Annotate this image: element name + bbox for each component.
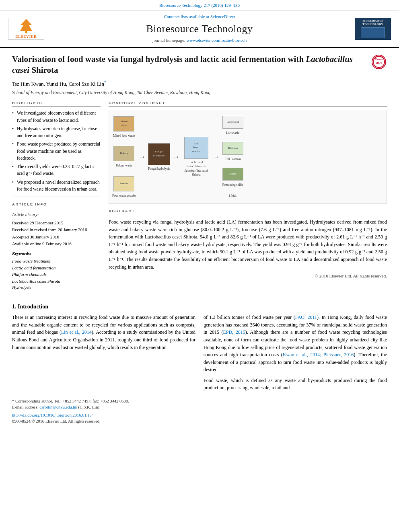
keyword-2: Lactic acid fermentation [12,265,101,271]
affiliation: School of Energy and Environment, City U… [12,89,387,96]
elsevier-tree-icon [12,18,40,33]
header-right: BIORESOURCETECHNOLOGY [347,18,391,40]
journal-title: Bioresource Technology [52,22,347,36]
history-accepted: Accepted 30 January 2016 [12,234,101,240]
article-history-label: Article history: [12,212,101,218]
which-text: which [231,378,243,383]
main-content: Valorisation of food waste via fungal hy… [0,48,399,433]
homepage-url: www.elsevier.com/locate/biortech [187,38,247,43]
crossmark-icon[interactable]: Cross Mark [372,55,386,69]
highlight-item: The overall yields were 0.23–0.27 g lact… [12,163,101,177]
abstract-text: Food waste recycling via fungal hydrolys… [109,218,387,271]
crossmark[interactable]: Cross Mark [371,54,387,70]
history-received: Received 29 December 2015 [12,220,101,226]
elsevier-logo: ELSEVIER [8,18,44,40]
flow-inputs: Mixedfood Mixed food waste Bakery Bakery… [112,116,136,198]
la-fermentation-col: LAferm.reactor Lactic acid fermentation … [182,137,210,177]
svg-text:Mark: Mark [376,62,382,64]
lipids-label: Lipids [229,194,237,198]
biores-logo-text: BIORESOURCETECHNOLOGY [362,19,383,26]
bioresource-logo: BIORESOURCETECHNOLOGY [355,18,391,40]
elsevier-wordmark: ELSEVIER [15,34,37,39]
cite-epd-2015[interactable]: EPD, 2015 [223,329,245,335]
keyword-1: Food waste treatment [12,258,101,265]
cell-biomass-output: Biomass [222,142,243,155]
highlight-item: Hydrolysates were rich in glucose, fruct… [12,125,101,140]
lactic-acid-label: Lactic acid [226,131,239,136]
title-text-end: Shirota [29,65,58,75]
abstract-header: ABSTRACT [109,209,387,215]
abstract-body: Food waste recycling via fungal hydrolys… [109,219,387,270]
keyword-4: Lactobacillus casei Shirota [12,278,101,285]
left-column: HIGHLIGHTS We investigated bioconversion… [12,101,101,291]
graphical-abstract-header: GRAPHICAL ABSTRACT [109,101,387,107]
email-label: E-mail address: [12,405,39,409]
cite-fao-2011[interactable]: FAO, 2011 [295,314,317,320]
mixed-food-waste-image: Mixedfood [113,116,134,131]
food-waste-powder-label: Food waste powder [112,194,136,198]
biores-logo-image [361,27,385,38]
highlight-item: We investigated bioconversion of differe… [12,110,101,124]
remaining-solids-label: Remaining solids [222,183,243,187]
section-divider [12,297,387,297]
graphical-abstract-box: Mixedfood Mixed food waste Bakery Bakery… [109,110,387,204]
keywords-label: Keywords: [12,251,101,257]
flow-arrow-1: → [138,152,146,162]
contents-text: Contents lists available at [164,14,209,19]
issn-text: 0960-8524/© 2016 Elsevier Ltd. All right… [12,419,387,425]
copyright: © 2016 Elsevier Ltd. All rights reserved… [109,273,387,279]
remaining-solids-output: Solids [222,168,243,181]
right-column: GRAPHICAL ABSTRACT Mixedfood Mixed food … [109,101,387,291]
flow-outputs: Lactic acid Lactic acid Biomass Cell Bio… [222,116,243,198]
intro-col-right: of 1.3 billion tonnes of food waste per … [204,314,387,392]
header: ELSEVIER Contents lists available at Sci… [0,10,399,47]
highlights-header: HIGHLIGHTS [12,101,101,107]
intro-title: 1. Introduction [12,303,387,311]
intro-para-1: There is an increasing interest in recyc… [12,314,195,351]
email-note: (C.S.K. Lin). [78,405,101,409]
fungal-hydrolysis-image: Fungalbioreactor [148,143,170,165]
fungal-hydrolysis-col: Fungalbioreactor Fungal hydrolysis [148,143,170,171]
introduction-section: 1. Introduction There is an increasing i… [12,303,387,392]
two-column-section: HIGHLIGHTS We investigated bioconversion… [12,101,387,291]
bakery-waste-image: Bakery [113,146,134,161]
history-revised: Received in revised form 20 January 2016 [12,227,101,233]
journal-citation: Bioresource Technology 217 (2016) 129–13… [159,3,240,8]
email-footnote: E-mail address: carollin@cityu.edu.hk (C… [12,405,387,411]
cite-lin-2014[interactable]: Lin et al., 2014 [61,329,92,335]
page: Bioresource Technology 217 (2016) 129–13… [0,0,399,532]
food-waste-powder-image: Powder [113,176,134,191]
history-online: Available online 9 February 2016 [12,241,101,247]
corresponding-footnote: * Corresponding author. Tel.: +852 3442 … [12,398,387,405]
intro-body: There is an increasing interest in recyc… [12,314,387,392]
elsevier-logo-area: ELSEVIER [8,18,52,40]
svg-text:Cross: Cross [375,58,383,61]
la-fermentation-image: LAferm.reactor [184,137,208,159]
keyword-5: Hydrolysis [12,284,101,291]
title-text-start: Valorisation of food waste via fungal hy… [12,54,306,64]
footnote-area: * Corresponding author. Tel.: +852 3442 … [12,396,387,425]
corresponding-star: * [104,80,106,84]
cell-biomass-label: Cell Biomass [225,157,241,162]
intro-col-left: There is an increasing interest in recyc… [12,314,195,392]
sciencedirect-link[interactable]: ScienceDirect [210,14,235,19]
highlight-item: Food waste powder produced by commercial… [12,141,101,162]
highlights-list: We investigated bioconversion of differe… [12,110,101,193]
journal-homepage: journal homepage: www.elsevier.com/locat… [52,37,347,43]
email-address[interactable]: carollin@cityu.edu.hk [39,405,77,409]
intro-para-3: Food waste, which is defined as any wast… [204,377,387,392]
doi-links: http://dx.doi.org/10.1016/j.biortech.201… [12,413,387,424]
la-fermentation-label: Lactic acid fermentation by Lactobacillu… [182,160,210,177]
mixed-waste-label: Mixed food waste [113,134,135,138]
doi-url[interactable]: http://dx.doi.org/10.1016/j.biortech.201… [12,413,387,419]
corresponding-text: * Corresponding author. Tel.: +852 3442 … [12,399,129,403]
fungal-hydrolysis-label: Fungal hydrolysis [148,167,170,171]
flow-arrow-3: → [213,152,220,162]
article-info-header: ARTICLE INFO [12,202,101,208]
article-title: Valorisation of food waste via fungal hy… [12,54,367,76]
crossmark-svg: Cross Mark [372,55,385,68]
keywords-list: Food waste treatment Lactic acid ferment… [12,258,101,291]
intro-para-2: of 1.3 billion tonnes of food waste per … [204,314,387,374]
title-row: Valorisation of food waste via fungal hy… [12,54,387,80]
cite-kwan-2014[interactable]: Kwan et al., 2014; Pleissner, 2016 [283,352,354,357]
